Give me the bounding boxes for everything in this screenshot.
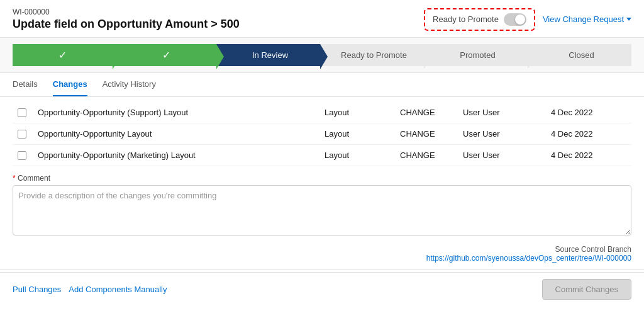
pipeline-step-4[interactable]: Ready to Promote <box>320 44 424 66</box>
row-user-2: User User <box>463 129 551 139</box>
row-change-3: CHANGE <box>400 150 463 160</box>
row-checkbox-3[interactable] <box>18 151 26 160</box>
pipeline-step-1[interactable]: ✓ <box>13 44 113 66</box>
commit-changes-button[interactable]: Commit Changes <box>542 279 631 300</box>
comment-label-text: Comment <box>18 174 50 183</box>
pipeline-steps: ✓ ✓ In Review Ready to Promote Promoted … <box>0 38 644 73</box>
source-branch-label: Source Control Branch <box>13 245 631 254</box>
add-components-manually-button[interactable]: Add Components Manually <box>69 282 167 297</box>
tab-bar: Details Changes Activity History <box>0 73 644 97</box>
page-footer: Pull Changes Add Components Manually Com… <box>0 272 644 306</box>
row-date-3: 4 Dec 2022 <box>551 150 626 160</box>
row-checkbox-1[interactable] <box>18 108 26 117</box>
row-change-1: CHANGE <box>400 108 463 117</box>
row-name-1: Opportunity-Opportunity (Support) Layout <box>38 108 325 117</box>
pipeline-step-6-label: Closed <box>569 50 594 60</box>
row-date-1: 4 Dec 2022 <box>551 108 626 117</box>
main-content: Opportunity-Opportunity (Support) Layout… <box>0 102 644 266</box>
pipeline-step-2[interactable]: ✓ <box>113 44 216 66</box>
record-title: Update field on Opportunity Amount > 500 <box>13 18 240 31</box>
page-header: WI-000000 Update field on Opportunity Am… <box>0 0 644 38</box>
pipeline-step-3-label: In Review <box>252 50 288 60</box>
toggle-knob <box>515 14 525 25</box>
pull-changes-button[interactable]: Pull Changes <box>13 282 61 297</box>
tab-details[interactable]: Details <box>13 73 38 96</box>
tab-changes[interactable]: Changes <box>53 73 87 96</box>
row-change-2: CHANGE <box>400 129 463 139</box>
row-type-3: Layout <box>325 150 400 160</box>
ready-promote-box: Ready to Promote <box>424 8 535 31</box>
tab-activity-history[interactable]: Activity History <box>103 73 156 96</box>
record-id: WI-000000 <box>13 8 240 16</box>
footer-divider <box>0 269 644 270</box>
row-user-3: User User <box>463 150 551 160</box>
pipeline-step-5-label: Promoted <box>460 50 495 60</box>
row-name-2: Opportunity-Opportunity Layout <box>38 129 325 139</box>
row-user-1: User User <box>463 108 551 117</box>
table-row: Opportunity-Opportunity (Support) Layout… <box>13 102 631 123</box>
row-name-3: Opportunity-Opportunity (Marketing) Layo… <box>38 150 325 160</box>
table-row: Opportunity-Opportunity Layout Layout CH… <box>13 123 631 145</box>
comment-label: * Comment <box>13 174 631 183</box>
chevron-down-icon <box>626 18 631 21</box>
footer-left-buttons: Pull Changes Add Components Manually <box>13 282 167 297</box>
source-branch-link[interactable]: https://github.com/syenoussa/devOps_cent… <box>13 254 631 263</box>
row-type-1: Layout <box>325 108 400 117</box>
pipeline-step-6[interactable]: Closed <box>528 44 631 66</box>
check-icon-1: ✓ <box>58 49 67 61</box>
source-branch: Source Control Branch https://github.com… <box>13 241 631 266</box>
view-change-request-button[interactable]: View Change Request <box>543 14 631 24</box>
table-row: Opportunity-Opportunity (Marketing) Layo… <box>13 145 631 166</box>
pipeline-step-5[interactable]: Promoted <box>424 44 528 66</box>
row-type-2: Layout <box>325 129 400 139</box>
comment-section: * Comment <box>13 166 631 241</box>
row-checkbox-2[interactable] <box>18 130 26 139</box>
header-left: WI-000000 Update field on Opportunity Am… <box>13 8 240 31</box>
check-icon-2: ✓ <box>162 49 170 61</box>
ready-promote-label: Ready to Promote <box>433 14 499 24</box>
header-right: Ready to Promote View Change Request <box>424 8 631 31</box>
pipeline-step-4-label: Ready to Promote <box>341 50 407 60</box>
row-date-2: 4 Dec 2022 <box>551 129 626 139</box>
pipeline-step-3[interactable]: In Review <box>216 44 320 66</box>
changes-table: Opportunity-Opportunity (Support) Layout… <box>13 102 631 166</box>
comment-textarea[interactable] <box>13 185 631 236</box>
ready-promote-toggle[interactable] <box>504 13 526 26</box>
